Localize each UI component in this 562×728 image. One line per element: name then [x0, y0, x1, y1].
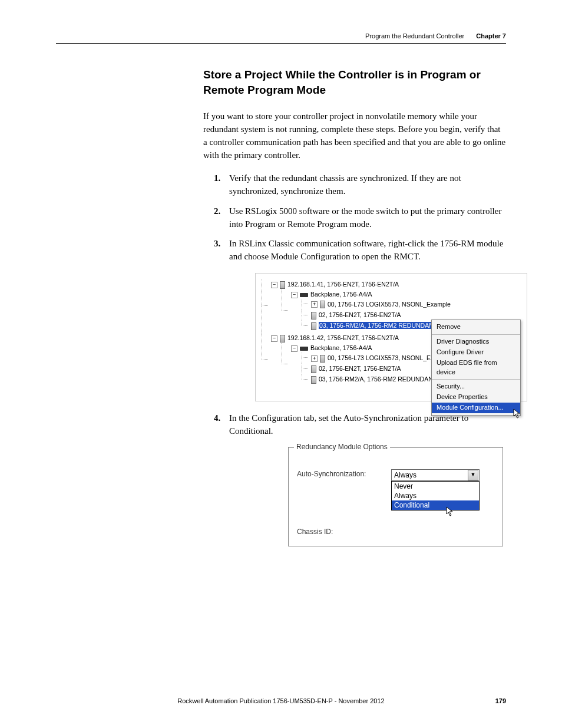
- step-text: In the Configuration tab, set the Auto-S…: [229, 413, 468, 436]
- menu-item-driver-diagnostics[interactable]: Driver Diagnostics: [432, 337, 520, 347]
- cursor-icon: [513, 409, 521, 419]
- chassis-id-row: Chassis ID:: [297, 527, 494, 537]
- step-number: 4.: [214, 412, 220, 425]
- tree-label: 02, 1756-EN2T, 1756-EN2T/A: [319, 365, 401, 372]
- combo-selected: Always: [394, 470, 416, 480]
- combo-dropdown[interactable]: Never Always Conditional: [391, 481, 480, 510]
- auto-sync-combo[interactable]: Always ▼ Never Always Conditional: [391, 469, 480, 510]
- footer-publication: Rockwell Automation Publication 1756-UM5…: [177, 697, 384, 704]
- step-number: 2.: [214, 205, 220, 218]
- auto-sync-label: Auto-Synchronization:: [297, 469, 391, 479]
- step-text: Use RSLogix 5000 software or the mode sw…: [229, 206, 501, 229]
- backplane-icon: [300, 293, 308, 297]
- expand-icon[interactable]: +: [311, 301, 318, 308]
- tree-label: 192.168.1.41, 1756-EN2T, 1756-EN2T/A: [287, 281, 399, 288]
- menu-item-remove[interactable]: Remove: [432, 322, 520, 332]
- tree-label: 192.168.1.42, 1756-EN2T, 1756-EN2T/A: [287, 334, 399, 341]
- steps-list: 1.Verify that the redundant chassis are …: [203, 172, 506, 546]
- expand-icon[interactable]: +: [311, 355, 318, 362]
- module-icon: [311, 312, 316, 319]
- step-number: 3.: [214, 238, 220, 251]
- step-text: Verify that the redundant chassis are sy…: [229, 173, 461, 196]
- chevron-down-icon[interactable]: ▼: [468, 470, 478, 480]
- module-icon: [280, 335, 285, 342]
- module-icon: [320, 355, 325, 363]
- step-text: In RSLinx Classic communication software…: [229, 239, 503, 261]
- collapse-icon[interactable]: −: [271, 335, 277, 342]
- step-number: 1.: [214, 172, 220, 185]
- combo-option-always[interactable]: Always: [392, 491, 479, 500]
- context-menu[interactable]: Remove Driver Diagnostics Configure Driv…: [431, 319, 521, 417]
- module-icon: [311, 376, 316, 384]
- step-2: 2.Use RSLogix 5000 software or the mode …: [203, 205, 506, 231]
- intro-paragraph: If you want to store your controller pro…: [203, 110, 506, 162]
- backplane-icon: [300, 347, 308, 351]
- combo-box[interactable]: Always ▼: [391, 469, 480, 481]
- collapse-icon[interactable]: −: [291, 292, 297, 298]
- step-3: 3.In RSLinx Classic communication softwa…: [203, 238, 506, 401]
- section-title: Store a Project While the Controller is …: [203, 67, 506, 97]
- module-icon: [311, 365, 316, 373]
- menu-item-upload-eds[interactable]: Upload EDS file from device: [432, 358, 520, 378]
- main-content: Store a Project While the Controller is …: [203, 67, 506, 546]
- rslinx-tree-figure: −192.168.1.41, 1756-EN2T, 1756-EN2T/A −B…: [255, 273, 527, 401]
- tree-label: Backplane, 1756-A4/A: [310, 344, 372, 351]
- menu-item-configure-driver[interactable]: Configure Driver: [432, 347, 520, 358]
- page-footer: Rockwell Automation Publication 1756-UM5…: [56, 697, 506, 704]
- fieldset-legend: Redundancy Module Options: [288, 442, 503, 452]
- header-chapter-title: Program the Redundant Controller: [365, 32, 464, 39]
- menu-item-security[interactable]: Security...: [432, 381, 520, 392]
- menu-item-device-properties[interactable]: Device Properties: [432, 392, 520, 403]
- module-icon: [280, 281, 285, 289]
- footer-page-number: 179: [495, 697, 506, 704]
- auto-sync-row: Auto-Synchronization: Always ▼ Never Alw…: [297, 469, 494, 510]
- header-chapter-label: Chapter 7: [476, 32, 506, 39]
- module-icon: [311, 322, 316, 330]
- cursor-icon: [446, 506, 454, 517]
- legend-text: Redundancy Module Options: [294, 442, 390, 452]
- page-header: Program the Redundant Controller Chapter…: [56, 32, 506, 44]
- step-4: 4.In the Configuration tab, set the Auto…: [203, 412, 506, 546]
- collapse-icon[interactable]: −: [271, 282, 277, 288]
- combo-option-conditional[interactable]: Conditional: [392, 500, 479, 510]
- tree-label: 00, 1756-L73 LOGIX5573, NSONL_Example: [328, 301, 451, 308]
- menu-item-module-configuration[interactable]: Module Configuration...: [432, 403, 520, 413]
- tree-label: Backplane, 1756-A4/A: [310, 291, 372, 298]
- collapse-icon[interactable]: −: [291, 345, 297, 352]
- chassis-id-label: Chassis ID:: [297, 527, 391, 537]
- tree-label: 02, 1756-EN2T, 1756-EN2T/A: [319, 311, 401, 318]
- step-1: 1.Verify that the redundant chassis are …: [203, 172, 506, 198]
- module-icon: [320, 301, 325, 308]
- combo-option-never[interactable]: Never: [392, 482, 479, 491]
- tree-node-slot[interactable]: +00, 1756-L73 LOGIX5573, NSONL_Example: [302, 299, 521, 309]
- redundancy-options-figure: Redundancy Module Options Auto-Synchroni…: [288, 447, 503, 546]
